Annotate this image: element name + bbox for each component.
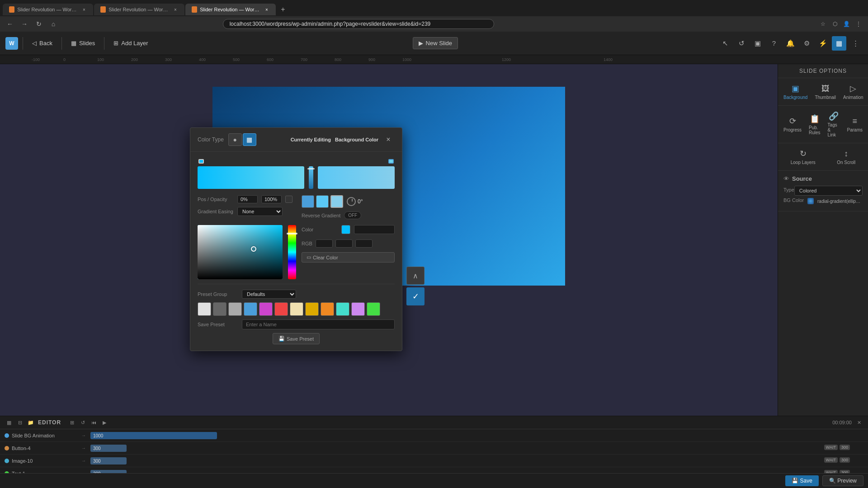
home-button[interactable]: ⌂: [48, 19, 59, 29]
timeline-folder-button[interactable]: 📁: [26, 418, 35, 427]
forward-nav-button[interactable]: →: [19, 19, 30, 29]
track-area-text1[interactable]: 300 WAIT 300: [90, 467, 868, 473]
preset-swatch-teal[interactable]: [336, 302, 349, 316]
gradient-color-type-button[interactable]: ▦: [243, 133, 256, 146]
preset-swatch-blue[interactable]: [244, 302, 257, 316]
more-options-button[interactable]: ⋮: [848, 36, 863, 51]
reverse-gradient-toggle[interactable]: OFF: [344, 211, 361, 219]
slides-button[interactable]: ▦ Slides: [66, 38, 99, 49]
slides-icon: ▦: [71, 40, 76, 47]
gradient-stop-left[interactable]: [198, 159, 204, 164]
undo-button[interactable]: ↺: [734, 36, 749, 51]
opacity-input[interactable]: [261, 195, 282, 203]
panel-tab-animation-label: Animation: [843, 95, 863, 100]
new-tab-button[interactable]: +: [277, 3, 289, 16]
confirm-button[interactable]: ✓: [406, 287, 425, 305]
preview-button[interactable]: 🔍 Preview: [822, 475, 863, 486]
grid-view-button[interactable]: ▦: [832, 36, 846, 51]
preset-swatch-red[interactable]: [274, 302, 288, 316]
reload-button[interactable]: ↻: [33, 19, 44, 29]
color-swatch-1[interactable]: [302, 195, 314, 208]
gradient-stop-right[interactable]: [388, 159, 394, 164]
address-bar[interactable]: localhost:3000/wordpress/wp-admin/admin.…: [223, 19, 494, 29]
preset-swatch-green[interactable]: [367, 302, 380, 316]
rgb-g-input[interactable]: 190: [335, 239, 353, 248]
preset-name-input[interactable]: [242, 319, 395, 329]
extensions-button[interactable]: ⬡: [830, 19, 840, 29]
preset-swatch-lavender[interactable]: [351, 302, 365, 316]
timeline-loop-button[interactable]: ↺: [78, 418, 87, 427]
track-area-image10[interactable]: 300 WAIT 300: [90, 455, 868, 467]
color-spectrum[interactable]: [198, 225, 283, 279]
preset-group-label: Preset Group: [198, 291, 238, 297]
type-dropdown[interactable]: Colored: [794, 186, 863, 196]
timeline-close-button[interactable]: ✕: [854, 418, 863, 427]
back-nav-button[interactable]: ←: [5, 19, 15, 29]
add-layer-button[interactable]: ⊞ Add Layer: [109, 38, 152, 49]
save-preset-button[interactable]: 💾 Save Preset: [273, 333, 320, 344]
color-swatch-3-active[interactable]: [330, 195, 343, 208]
track-area-button4[interactable]: 300 WAIT 300: [90, 442, 868, 454]
solid-color-type-button[interactable]: ●: [228, 133, 242, 146]
panel-tab-pub-rules[interactable]: 📋 Pub. Rules: [805, 112, 824, 137]
tab-1-close[interactable]: ×: [81, 6, 87, 13]
tab-2-close[interactable]: ×: [173, 6, 178, 13]
rgb-r-input[interactable]: 4: [316, 239, 333, 248]
tab-3[interactable]: Slider Revolution — WordPress ×: [185, 4, 276, 15]
hex-input[interactable]: #04befe: [354, 225, 395, 234]
panel-tab-progress[interactable]: ⟳ Progress: [780, 114, 805, 134]
panel-tab-on-scroll[interactable]: ↕ On Scroll: [833, 147, 859, 167]
timeline-add-button[interactable]: ⊞: [67, 418, 76, 427]
gradient-bar-main[interactable]: [198, 166, 304, 189]
canvas-area[interactable]: E Color Type ● ▦ Currently Editing Backg…: [0, 64, 778, 416]
preset-swatch-darkgray[interactable]: [213, 302, 226, 316]
clear-color-button[interactable]: ▭ Clear Color: [302, 252, 395, 263]
hue-bar[interactable]: [288, 225, 296, 279]
preview-mode-button[interactable]: ▣: [750, 36, 765, 51]
timeline-rewind-button[interactable]: ⏮: [89, 418, 98, 427]
scroll-up-button[interactable]: ∧: [406, 267, 425, 285]
panel-tab-thumbnail[interactable]: 🖼 Thumbnail: [811, 82, 840, 102]
gear-icon[interactable]: ⚙: [799, 36, 814, 51]
gradient-easing-dropdown[interactable]: None: [237, 207, 283, 216]
preset-swatch-orange[interactable]: [321, 302, 334, 316]
new-slide-button[interactable]: ▶ New Slide: [413, 37, 458, 49]
rgb-b-input[interactable]: 254: [355, 239, 373, 248]
timeline-grid-button[interactable]: ▦: [5, 418, 14, 427]
select-tool-button[interactable]: ↖: [718, 36, 732, 51]
tab-1[interactable]: Slider Revolution — WordPress ×: [3, 4, 93, 15]
bg-color-picker[interactable]: radial-gradient(ellipse e...: [807, 198, 863, 204]
back-button[interactable]: ◁ Back: [28, 38, 57, 49]
preset-swatch-purple[interactable]: [259, 302, 273, 316]
color-swatch-2[interactable]: [316, 195, 329, 208]
save-button[interactable]: 💾 Save: [785, 475, 819, 486]
panel-tab-animation[interactable]: ▷ Animation: [840, 82, 867, 102]
help-button[interactable]: ?: [767, 36, 781, 51]
toolbar-sep-2: [61, 37, 62, 50]
panel-tab-background[interactable]: ▣ Background: [780, 82, 811, 102]
preset-swatch-gray[interactable]: [228, 302, 242, 316]
opacity-clear-button[interactable]: [285, 196, 292, 203]
bookmarks-button[interactable]: ☆: [818, 19, 828, 29]
preset-swatch-gold[interactable]: [305, 302, 319, 316]
profile-button[interactable]: 👤: [842, 19, 852, 29]
tab-3-close[interactable]: ×: [264, 6, 269, 13]
save-preset-label: Save Preset: [198, 322, 238, 327]
panel-tab-params[interactable]: ≡ Params: [844, 115, 866, 134]
preset-swatch-white[interactable]: [198, 302, 211, 316]
notifications-button[interactable]: 🔔: [783, 36, 797, 51]
extra-settings-button[interactable]: ⚡: [816, 36, 830, 51]
track-area-slide-bg[interactable]: 1000: [90, 429, 868, 441]
timeline-collapse-button[interactable]: ⊟: [15, 418, 24, 427]
tab-2[interactable]: Slider Revolution — WordPress ×: [94, 4, 184, 15]
panel-tab-loop-layers[interactable]: ↻ Loop Layers: [787, 147, 819, 167]
angle-dial[interactable]: [347, 197, 356, 206]
preset-swatch-cream[interactable]: [290, 302, 303, 316]
preset-group-dropdown[interactable]: Defaults: [242, 290, 296, 299]
gradient-bar-side[interactable]: [309, 166, 313, 189]
pos-input[interactable]: [237, 195, 258, 203]
dialog-close-button[interactable]: ×: [382, 133, 395, 146]
settings-button[interactable]: ⋮: [854, 19, 863, 29]
timeline-play-button[interactable]: ▶: [100, 418, 109, 427]
panel-tab-tags-link[interactable]: 🔗 Tags & Link: [824, 109, 844, 139]
